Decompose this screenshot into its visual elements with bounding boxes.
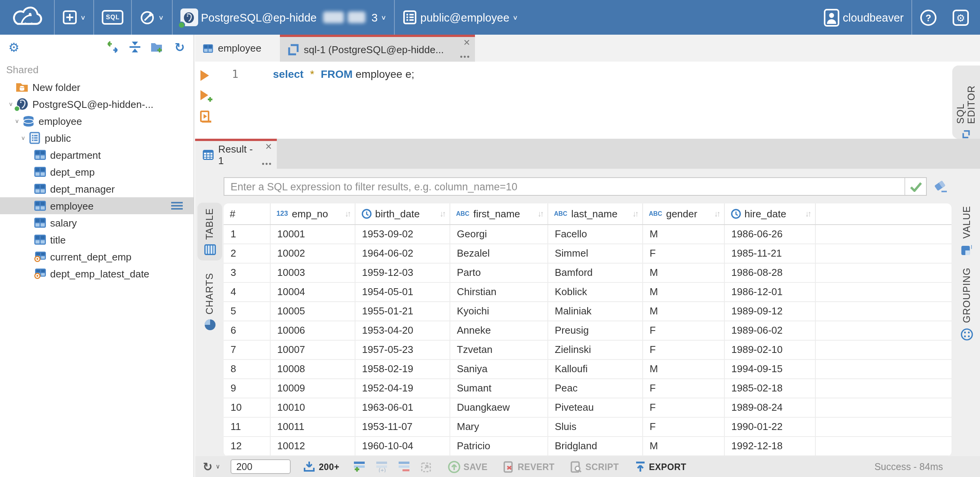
data-cell[interactable]: 10003 <box>270 263 355 282</box>
data-cell[interactable]: Saniya <box>450 359 547 378</box>
paste-value-button[interactable] <box>420 460 433 473</box>
data-cell[interactable]: Maliniak <box>547 301 642 321</box>
column-header-first_name[interactable]: ABCfirst_name↓↑ <box>450 203 547 224</box>
add-row-button[interactable] <box>353 461 366 472</box>
revert-button[interactable]: REVERT <box>503 460 555 473</box>
tree-item-public[interactable]: ∨public <box>0 129 194 146</box>
data-cell[interactable]: Parto <box>450 263 547 282</box>
data-cell[interactable]: Duangkaew <box>450 398 547 417</box>
data-cell[interactable]: 1954-05-01 <box>355 282 450 301</box>
tab-sql-1[interactable]: sql-1 (PostgreSQL@ep-hidde... ✕ ••• <box>280 35 475 62</box>
tree-item-salary[interactable]: salary <box>0 214 194 231</box>
sort-arrows-icon[interactable]: ↓↑ <box>537 209 544 218</box>
data-cell[interactable]: Simmel <box>547 244 642 263</box>
data-cell[interactable]: 1953-09-02 <box>355 224 450 244</box>
column-header-emp_no[interactable]: 123emp_no↓↑ <box>270 203 355 224</box>
data-cell[interactable]: Zielinski <box>547 340 642 359</box>
close-icon[interactable]: ✕ <box>463 38 470 48</box>
link-with-editor-icon[interactable] <box>105 39 120 55</box>
data-cell[interactable]: Peac <box>547 378 642 398</box>
sql-editor-button[interactable]: SQL <box>94 0 131 35</box>
chevron-down-icon[interactable]: ∨ <box>19 135 28 141</box>
column-header-gender[interactable]: ABCgender↓↑ <box>642 203 724 224</box>
sort-arrows-icon[interactable]: ↓↑ <box>632 209 639 218</box>
data-cell[interactable]: Sumant <box>450 378 547 398</box>
execute-query-button[interactable] <box>199 69 210 85</box>
cloudbeaver-logo[interactable] <box>0 4 54 30</box>
data-cell[interactable]: Preusig <box>547 321 642 340</box>
apply-filter-button[interactable] <box>904 178 926 195</box>
data-cell[interactable]: Kalloufi <box>547 359 642 378</box>
data-cell[interactable]: 10006 <box>270 321 355 340</box>
connection-selector[interactable]: PostgreSQL@ep-hidde 3 ∨ <box>172 0 394 35</box>
user-menu[interactable]: cloudbeaver <box>816 0 911 35</box>
data-cell[interactable]: 10004 <box>270 282 355 301</box>
column-header-rownum[interactable]: # <box>224 203 270 224</box>
sort-arrows-icon[interactable]: ↓↑ <box>805 209 812 218</box>
data-cell[interactable]: M <box>642 224 724 244</box>
collapse-all-icon[interactable] <box>127 39 143 55</box>
tree-item-dept-emp-latest-date[interactable]: dept_emp_latest_date <box>0 265 194 282</box>
help-button[interactable]: ? <box>912 0 945 35</box>
data-cell[interactable]: Chirstian <box>450 282 547 301</box>
tab-menu-icon[interactable]: ••• <box>460 52 470 61</box>
data-cell[interactable]: 10005 <box>270 301 355 321</box>
script-button[interactable]: SCRIPT <box>570 460 619 473</box>
data-cell[interactable]: 10009 <box>270 378 355 398</box>
data-cell[interactable]: 1953-04-20 <box>355 321 450 340</box>
data-cell[interactable]: Mary <box>450 417 547 436</box>
data-cell[interactable]: Bezalel <box>450 244 547 263</box>
data-cell[interactable]: Koblick <box>547 282 642 301</box>
column-header-hire_date[interactable]: hire_date↓↑ <box>724 203 815 224</box>
data-cell[interactable]: 1953-11-07 <box>355 417 450 436</box>
driver-manager-button[interactable]: ∨ <box>132 0 172 35</box>
new-folder-icon[interactable] <box>150 39 165 55</box>
row-number-cell[interactable]: 9 <box>224 378 270 398</box>
export-button[interactable]: EXPORT <box>634 461 686 472</box>
data-cell[interactable]: M <box>642 359 724 378</box>
data-cell[interactable]: M <box>642 301 724 321</box>
data-cell[interactable]: 1994-09-15 <box>724 359 815 378</box>
data-cell[interactable]: 10008 <box>270 359 355 378</box>
data-cell[interactable]: 10002 <box>270 244 355 263</box>
data-cell[interactable]: 1990-01-22 <box>724 417 815 436</box>
settings-button[interactable]: ⚙ <box>945 0 980 35</box>
data-cell[interactable]: Bridgland <box>547 436 642 455</box>
data-cell[interactable]: Patricio <box>450 436 547 455</box>
data-cell[interactable]: 10011 <box>270 417 355 436</box>
data-cell[interactable]: Facello <box>547 224 642 244</box>
chevron-down-icon[interactable]: ∨ <box>12 118 22 124</box>
tree-item-new-folder[interactable]: New folder <box>0 79 194 96</box>
data-cell[interactable]: Tzvetan <box>450 340 547 359</box>
tree-item-dept-manager[interactable]: dept_manager <box>0 180 194 197</box>
data-cell[interactable]: Piveteau <box>547 398 642 417</box>
schema-selector[interactable]: public@employee ∨ <box>395 0 526 35</box>
sort-arrows-icon[interactable]: ↓↑ <box>439 209 446 218</box>
tab-charts-presentation[interactable]: CHARTS <box>197 267 222 336</box>
data-cell[interactable]: F <box>642 417 724 436</box>
tree-item-postgresql-ep-hidden-[interactable]: ∨PostgreSQL@ep-hidden-... <box>0 96 194 113</box>
data-cell[interactable]: Kyoichi <box>450 301 547 321</box>
column-header-last_name[interactable]: ABClast_name↓↑ <box>547 203 642 224</box>
data-cell[interactable]: 1959-12-03 <box>355 263 450 282</box>
row-number-cell[interactable]: 10 <box>224 398 270 417</box>
data-cell[interactable]: M <box>642 263 724 282</box>
chevron-down-icon[interactable]: ∨ <box>6 101 15 107</box>
data-cell[interactable]: 1986-12-01 <box>724 282 815 301</box>
tab-grouping-panel[interactable]: GROUPING <box>953 267 980 341</box>
filter-input[interactable] <box>224 181 904 192</box>
data-cell[interactable]: 10007 <box>270 340 355 359</box>
tree-item-current-dept-emp[interactable]: current_dept_emp <box>0 248 194 265</box>
data-cell[interactable]: 1955-01-21 <box>355 301 450 321</box>
data-cell[interactable]: F <box>642 244 724 263</box>
row-number-cell[interactable]: 5 <box>224 301 270 321</box>
data-cell[interactable]: 1989-09-12 <box>724 301 815 321</box>
column-header-birth_date[interactable]: birth_date↓↑ <box>355 203 450 224</box>
data-cell[interactable]: 10012 <box>270 436 355 455</box>
data-cell[interactable]: 1985-02-18 <box>724 378 815 398</box>
data-cell[interactable]: Anneke <box>450 321 547 340</box>
sort-arrows-icon[interactable]: ↓↑ <box>714 209 721 218</box>
data-cell[interactable]: 1989-08-24 <box>724 398 815 417</box>
data-cell[interactable]: 1986-06-26 <box>724 224 815 244</box>
tab-result-1[interactable]: Result - 1 ✕ ••• <box>195 139 277 169</box>
